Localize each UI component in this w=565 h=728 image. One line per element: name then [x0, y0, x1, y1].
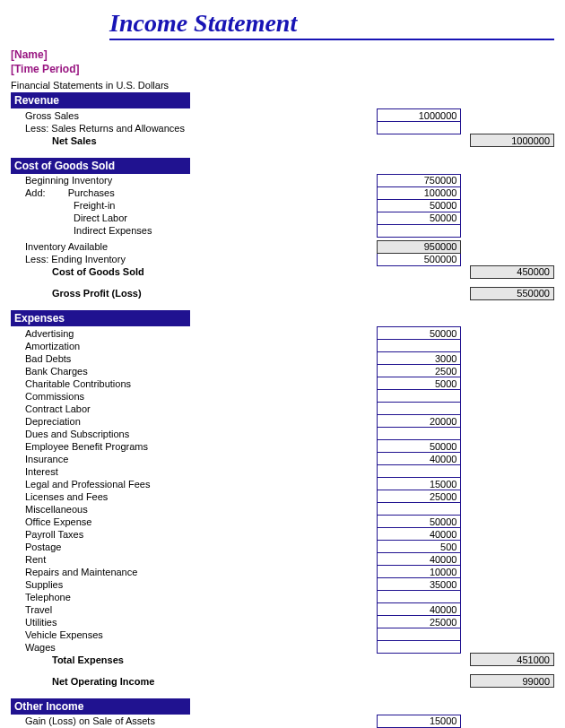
expense-value: 25000 — [378, 490, 461, 503]
expense-label: Bank Charges — [11, 365, 378, 377]
expense-label: Advertising — [11, 327, 378, 340]
expense-value: 40000 — [378, 603, 461, 616]
expense-label: Legal and Professional Fees — [11, 478, 378, 490]
expense-value — [378, 340, 461, 352]
value-freight: 50000 — [378, 199, 461, 212]
expense-value: 50000 — [378, 327, 461, 340]
expense-label: Interest — [11, 465, 378, 478]
expense-value: 25000 — [378, 616, 461, 628]
expense-value: 10000 — [378, 566, 461, 578]
value-net-sales: 1000000 — [470, 134, 553, 147]
label-purchases: Purchases — [48, 187, 115, 198]
value-indirect — [378, 224, 461, 237]
value-total-expenses: 451000 — [470, 654, 553, 666]
value-gross-profit: 550000 — [470, 287, 553, 299]
expense-value: 50000 — [378, 516, 461, 528]
expense-value: 35000 — [378, 578, 461, 591]
value-beginning-inv: 750000 — [378, 174, 461, 186]
label-gain-on-sale: Gain (Loss) on Sale of Assets — [11, 715, 378, 727]
expense-value — [378, 465, 461, 478]
section-header-other: Other Income — [11, 698, 190, 715]
expense-value: 40000 — [378, 553, 461, 566]
expense-label: Insurance — [11, 453, 378, 465]
expense-value: 2500 — [378, 365, 461, 377]
value-ending-inv: 500000 — [378, 253, 461, 265]
expense-value — [378, 503, 461, 516]
value-gross-sales: 1000000 — [378, 109, 461, 122]
meta-name: [Name] — [11, 48, 554, 62]
label-gross-sales: Gross Sales — [11, 109, 378, 122]
label-add: Add: Purchases — [11, 186, 378, 199]
expense-label: Utilities — [11, 616, 378, 628]
section-header-expenses: Expenses — [11, 310, 190, 326]
label-ending-inv: Less: Ending Inventory — [11, 253, 378, 265]
expense-value — [378, 591, 461, 603]
expense-label: Supplies — [11, 578, 378, 591]
expense-value — [378, 390, 461, 403]
expense-value: 40000 — [378, 528, 461, 541]
currency-note: Financial Statements in U.S. Dollars — [11, 80, 554, 91]
meta-period: [Time Period] — [11, 62, 554, 76]
expense-label: Repairs and Maintenance — [11, 566, 378, 578]
expense-label: Postage — [11, 541, 378, 553]
label-freight: Freight-in — [11, 199, 378, 212]
value-less-returns — [378, 122, 461, 134]
section-header-cogs: Cost of Goods Sold — [11, 158, 190, 174]
expense-value: 500 — [378, 541, 461, 553]
expense-label: Wages — [11, 641, 378, 654]
section-header-revenue: Revenue — [11, 92, 190, 108]
expense-value: 15000 — [378, 478, 461, 490]
label-beginning-inv: Beginning Inventory — [11, 174, 378, 186]
expense-label: Office Expense — [11, 516, 378, 528]
label-net-sales: Net Sales — [11, 134, 378, 147]
expense-label: Dues and Subscriptions — [11, 428, 378, 440]
expense-value — [378, 641, 461, 654]
label-total-expenses: Total Expenses — [11, 654, 378, 666]
label-less-returns: Less: Sales Returns and Allowances — [11, 122, 378, 134]
expense-label: Employee Benefit Programs — [11, 440, 378, 453]
value-net-operating: 99000 — [470, 675, 553, 688]
expense-label: Depreciation — [11, 415, 378, 428]
expense-label: Contract Labor — [11, 403, 378, 415]
label-inv-available: Inventory Available — [11, 240, 378, 253]
expense-label: Amortization — [11, 340, 378, 352]
expense-value: 50000 — [378, 440, 461, 453]
expense-label: Licenses and Fees — [11, 490, 378, 503]
value-cogs-total: 450000 — [470, 265, 553, 278]
value-inv-available: 950000 — [378, 240, 461, 253]
value-direct-labor: 50000 — [378, 212, 461, 224]
label-indirect: Indirect Expenses — [11, 224, 378, 237]
value-purchases: 100000 — [378, 186, 461, 199]
expense-value: 40000 — [378, 453, 461, 465]
expense-label: Miscellaneous — [11, 503, 378, 516]
expense-value — [378, 403, 461, 415]
label-net-operating: Net Operating Income — [11, 675, 378, 688]
expense-label: Rent — [11, 553, 378, 566]
expense-value — [378, 628, 461, 641]
expense-label: Travel — [11, 603, 378, 616]
expense-label: Telephone — [11, 591, 378, 603]
expense-value — [378, 428, 461, 440]
expense-label: Payroll Taxes — [11, 528, 378, 541]
expense-label: Commissions — [11, 390, 378, 403]
label-gross-profit: Gross Profit (Loss) — [11, 287, 378, 299]
value-gain-on-sale: 15000 — [378, 715, 461, 727]
expense-value: 20000 — [378, 415, 461, 428]
label-cogs-total: Cost of Goods Sold — [11, 265, 378, 278]
expense-label: Charitable Contributions — [11, 377, 378, 390]
expense-label: Vehicle Expenses — [11, 628, 378, 641]
page-title: Income Statement — [109, 7, 554, 40]
expense-value: 3000 — [378, 352, 461, 365]
expense-label: Bad Debts — [11, 352, 378, 365]
expense-value: 5000 — [378, 377, 461, 390]
label-direct-labor: Direct Labor — [11, 212, 378, 224]
